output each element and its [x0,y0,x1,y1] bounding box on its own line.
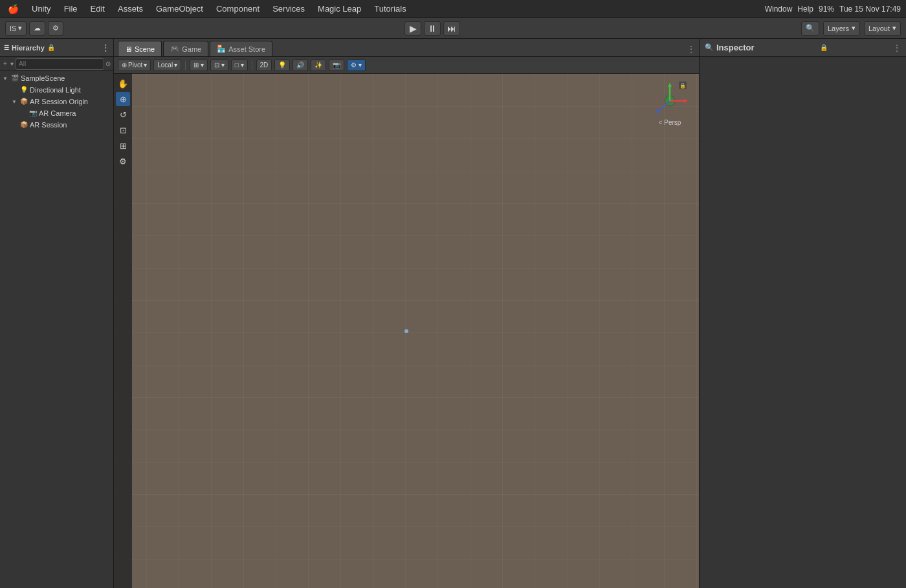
hierarchy-item-arsessionorigin[interactable]: ▼ 📦 AR Session Origin [0,96,113,107]
cloud-btn[interactable]: ☁ [29,21,45,36]
gizmo-widget[interactable]: 🔒 x [650,80,689,119]
step-button[interactable]: ⏭ [443,21,460,36]
camera-btn[interactable]: 📷 [329,60,344,71]
hierarchy-search[interactable] [16,58,104,70]
2d-btn[interactable]: 2D [256,60,272,71]
expand-samplescene: ▼ [3,76,9,82]
light-btn[interactable]: 💡 [274,60,290,71]
pause-button[interactable]: ⏸ [424,21,441,36]
tool-move[interactable]: ⊕ [116,92,130,106]
tool-hand[interactable]: ✋ [116,76,130,91]
layout-dropdown[interactable]: Layout ▾ [864,21,901,36]
tool-transform[interactable]: ⚙ [116,154,130,168]
menu-window[interactable]: Window [765,5,793,14]
battery-status: 91% [819,5,834,14]
center-area: 🖥 Scene 🎮 Game 🏪 Asset Store ⋮ ⊕ Pivot ▾… [114,39,699,588]
tab-assetstore[interactable]: 🏪 Asset Store [210,41,272,56]
search-toolbar-btn[interactable]: 🔍 [801,21,819,36]
inspector-panel: 🔍 Inspector 🔒 ⋮ [699,39,906,588]
menu-unity[interactable]: Unity [29,3,54,15]
menu-help[interactable]: Help [797,5,813,14]
settings-btn[interactable]: ⚙ [48,21,63,36]
hierarchy-title: Hierarchy [12,44,45,52]
game-tab-icon: 🎮 [170,45,179,53]
display-btn[interactable]: □ ▾ [231,60,248,71]
main-area: ☰ Hierarchy 🔒 ⋮ + ▾ ⊙ ▼ 🎬 SampleScene 💡 … [0,39,906,588]
menu-magicleap[interactable]: Magic Leap [315,3,364,15]
scene-tabs-more[interactable]: ⋮ [687,45,695,54]
scene-tab-label: Scene [135,45,155,53]
layers-dropdown[interactable]: Layers ▾ [823,21,860,36]
menu-component[interactable]: Component [214,3,262,15]
menu-gameobject[interactable]: GameObject [153,3,206,15]
gizmos-btn[interactable]: ⚙ ▾ [347,60,366,71]
svg-text:🔒: 🔒 [680,82,686,89]
arsession-icon: 📦 [20,121,28,129]
local-btn[interactable]: Local ▾ [153,60,181,71]
pivot-btn[interactable]: ⊕ Pivot ▾ [118,60,151,71]
tab-scene[interactable]: 🖥 Scene [118,41,162,56]
gizmo-area: 🔒 x [647,80,692,138]
scene-divider-1 [185,61,186,70]
svg-text:x: x [655,99,657,103]
apple-menu[interactable]: 🍎 [5,3,21,16]
hierarchy-add-btn[interactable]: + [3,59,8,69]
menu-assets[interactable]: Assets [115,3,146,15]
tool-scale[interactable]: ⊡ [116,123,130,137]
hierarchy-item-arsession[interactable]: 📦 AR Session [0,119,113,131]
audio-btn[interactable]: 🔊 [293,60,308,71]
hierarchy-item-arcamera[interactable]: 📷 AR Camera [0,107,113,119]
tool-rotate[interactable]: ↺ [116,107,130,122]
inspector-title: Inspector [716,43,755,52]
scene-view[interactable]: ✋ ⊕ ↺ ⊡ ⊞ ⚙ 🔒 [114,74,699,588]
scene-tab-icon: 🖥 [125,45,132,53]
main-toolbar: IS ▾ ☁ ⚙ ▶ ⏸ ⏭ 🔍 Layers ▾ Layout ▾ [0,18,906,39]
menu-edit[interactable]: Edit [88,3,107,15]
tab-game[interactable]: 🎮 Game [163,41,208,56]
local-chevron: ▾ [174,61,177,69]
pivot-chevron: ▾ [144,61,147,69]
branch-selector[interactable]: IS ▾ [5,21,27,36]
layers-label: Layers [828,25,849,32]
arsessionorigin-icon: 📦 [20,98,28,105]
snap-btn[interactable]: ⊡ ▾ [210,60,228,71]
persp-label[interactable]: < Persp [659,119,681,126]
layout-label: Layout [868,25,890,32]
hierarchy-item-samplescene[interactable]: ▼ 🎬 SampleScene [0,72,113,84]
play-button[interactable]: ▶ [404,21,421,36]
gizmo-svg: 🔒 x [650,80,689,119]
fx-btn[interactable]: ✨ [311,60,326,71]
local-label: Local [157,61,173,69]
arcamera-label: AR Camera [39,109,76,117]
menu-services[interactable]: Services [270,3,307,15]
clock: Tue 15 Nov 17:49 [839,5,901,14]
svg-point-8 [656,109,660,113]
menu-tutorials[interactable]: Tutorials [371,3,408,15]
menu-bar-right: Window Help 91% Tue 15 Nov 17:49 [765,5,901,14]
hierarchy-options-btn[interactable]: ⊙ [105,59,111,69]
hierarchy-more-btn[interactable]: ▾ [9,59,14,69]
directionallight-label: Directional Light [30,86,81,94]
branch-label: IS [10,25,16,32]
menu-file[interactable]: File [61,3,80,15]
pivot-icon: ⊕ [122,61,127,69]
toolbar-right: 🔍 Layers ▾ Layout ▾ [801,21,901,36]
game-tab-label: Game [182,45,201,53]
hierarchy-lock-icon[interactable]: 🔒 [47,44,55,51]
menu-bar: 🍎 Unity File Edit Assets GameObject Comp… [0,0,906,18]
pivot-label: Pivot [128,61,142,69]
scene-center-dot [404,329,408,333]
hierarchy-item-directionallight[interactable]: 💡 Directional Light [0,84,113,96]
expand-arsessionorigin: ▼ [12,99,18,105]
samplescene-label: SampleScene [21,74,65,82]
inspector-more[interactable]: ⋮ [893,43,901,52]
grid-btn[interactable]: ⊞ ▾ [190,60,208,71]
hierarchy-more-icon[interactable]: ⋮ [102,43,109,52]
inspector-content [700,57,906,588]
playback-controls: ▶ ⏸ ⏭ [404,21,460,36]
inspector-lock[interactable]: 🔒 [820,44,828,51]
assetstore-tab-icon: 🏪 [217,45,226,53]
inspector-header: 🔍 Inspector 🔒 ⋮ [700,39,906,57]
layout-chevron: ▾ [892,24,896,32]
tool-rect[interactable]: ⊞ [116,138,130,153]
